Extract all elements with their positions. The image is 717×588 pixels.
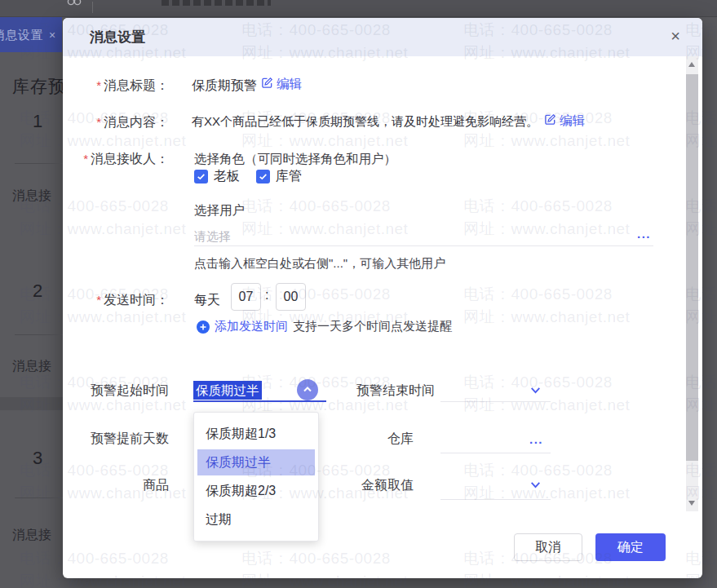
send-minute-input[interactable] bbox=[276, 283, 306, 311]
scrollbar-down-button[interactable] bbox=[688, 501, 695, 506]
role-checkbox-label: 库管 bbox=[276, 168, 302, 185]
message-settings-modal: 消息设置 × *消息标题： 保质期预警 编辑 *消息内容： 有XX个商品已经低于… bbox=[63, 18, 702, 578]
field-label-msg-title: *消息标题： bbox=[79, 77, 169, 95]
background-row-number: 3 bbox=[28, 448, 47, 469]
time-colon: : bbox=[265, 288, 268, 303]
collapse-select-button[interactable] bbox=[297, 379, 318, 400]
required-asterisk: * bbox=[96, 293, 101, 307]
check-icon bbox=[258, 171, 268, 182]
checkbox-checked[interactable] bbox=[194, 170, 208, 183]
app-topbar bbox=[0, 0, 717, 17]
tab-label: 消息设置 bbox=[0, 28, 43, 42]
chevron-down-icon bbox=[529, 383, 542, 397]
chevron-down-icon bbox=[529, 478, 542, 492]
background-row-band bbox=[0, 397, 63, 410]
warn-start-selected-value[interactable]: 保质期过半 bbox=[193, 381, 262, 400]
background-row-label: 消息接 bbox=[12, 358, 51, 375]
add-send-time-link[interactable]: 添加发送时间 bbox=[215, 319, 288, 334]
dropdown-option[interactable]: 保质期超2/3 bbox=[197, 478, 315, 504]
required-asterisk: * bbox=[96, 78, 101, 92]
field-label-receiver: *消息接收人： bbox=[79, 151, 169, 168]
send-time-prefix: 每天 bbox=[194, 292, 220, 309]
background-row-label: 消息接 bbox=[12, 188, 51, 205]
field-label-send-time: *发送时间： bbox=[79, 292, 169, 309]
field-label-product: 商品 bbox=[79, 477, 169, 494]
warn-end-underline bbox=[440, 401, 551, 402]
dropdown-option-selected[interactable]: 保质期过半 bbox=[197, 449, 315, 475]
field-label-msg-content: *消息内容： bbox=[79, 114, 169, 131]
field-label-amount: 金额取值 bbox=[332, 477, 414, 494]
required-asterisk: * bbox=[96, 115, 101, 129]
add-send-time-row: 添加发送时间 支持一天多个时间点发送提醒 bbox=[197, 319, 452, 334]
background-row-label: 消息接 bbox=[12, 527, 51, 544]
edit-msg-title-link[interactable]: 编辑 bbox=[261, 76, 302, 93]
dropdown-option[interactable]: 保质期超1/3 bbox=[197, 421, 315, 447]
glasses-icon bbox=[67, 0, 82, 9]
background-row-divider bbox=[15, 334, 63, 335]
warn-start-dropdown: 保质期超1/3保质期过半保质期超2/3过期 bbox=[193, 412, 319, 542]
chevron-up-icon bbox=[301, 383, 314, 396]
user-select-input[interactable] bbox=[194, 225, 626, 246]
user-input-underline bbox=[194, 245, 653, 246]
checkbox-checked[interactable] bbox=[256, 170, 270, 183]
modal-header: 消息设置 × bbox=[63, 18, 702, 56]
field-label-warn-start: 预警起始时间 bbox=[79, 382, 169, 400]
modal-close-button[interactable]: × bbox=[671, 18, 680, 55]
cancel-button[interactable]: 取消 bbox=[514, 533, 582, 561]
required-asterisk: * bbox=[83, 152, 88, 166]
role-checkbox-item[interactable]: 库管 bbox=[256, 168, 302, 185]
background-row-divider bbox=[15, 163, 63, 164]
warn-end-select-chevron[interactable] bbox=[529, 383, 542, 397]
background-row-divider bbox=[15, 497, 63, 498]
scrollbar-up-button[interactable] bbox=[688, 62, 695, 67]
msg-content-value: 有XX个商品已经低于保质期预警线，请及时处理避免影响经营。 bbox=[192, 114, 538, 130]
modal-title: 消息设置 bbox=[90, 18, 145, 56]
edit-icon bbox=[544, 113, 556, 129]
amount-select-chevron[interactable] bbox=[529, 478, 542, 492]
tab-close-icon: × bbox=[49, 29, 55, 42]
edit-icon bbox=[261, 77, 273, 92]
edit-msg-content-link[interactable]: 编辑 bbox=[544, 113, 585, 130]
role-checkbox-label: 老板 bbox=[214, 168, 240, 185]
scrollbar-thumb[interactable] bbox=[686, 74, 698, 461]
confirm-button[interactable]: 确定 bbox=[595, 533, 666, 561]
topbar-divider bbox=[92, 2, 93, 13]
tab-message-settings: 消息设置× bbox=[0, 17, 62, 52]
role-hint: 选择角色（可同时选择角色和用户） bbox=[194, 151, 396, 168]
screen: 消息设置× 库存预 消息设置 × *消息标题： 保质期预警 编辑 *消息内容： … bbox=[0, 0, 717, 588]
warehouse-underline bbox=[440, 453, 551, 453]
plus-circle-icon bbox=[197, 321, 210, 334]
field-label-warn-end: 预警结束时间 bbox=[356, 382, 435, 400]
topbar-clipped-text bbox=[162, 0, 271, 6]
send-hour-input[interactable] bbox=[231, 283, 261, 311]
dropdown-option[interactable]: 过期 bbox=[197, 506, 315, 533]
user-section-label: 选择用户 bbox=[194, 202, 245, 219]
amount-underline bbox=[440, 499, 551, 500]
background-row-number: 1 bbox=[28, 111, 47, 132]
background-page-title: 库存预 bbox=[12, 75, 66, 98]
more-users-button[interactable]: ... bbox=[637, 228, 651, 240]
msg-title-value: 保质期预警 bbox=[192, 77, 257, 95]
warehouse-more-button[interactable]: ... bbox=[529, 434, 543, 445]
modal-scrollbar[interactable] bbox=[686, 56, 698, 511]
field-label-warehouse: 仓库 bbox=[332, 431, 414, 448]
add-send-time-hint: 支持一天多个时间点发送提醒 bbox=[293, 319, 452, 334]
role-checkbox-item[interactable]: 老板 bbox=[194, 168, 240, 185]
role-checkbox-group: 老板库管 bbox=[194, 168, 302, 185]
warn-start-focused-underline bbox=[193, 400, 326, 402]
background-row-number: 2 bbox=[28, 281, 47, 302]
check-icon bbox=[196, 171, 206, 182]
user-input-help: 点击输入框空白处或右侧"..."，可输入其他用户 bbox=[194, 256, 445, 272]
field-label-warn-days: 预警提前天数 bbox=[79, 431, 169, 448]
